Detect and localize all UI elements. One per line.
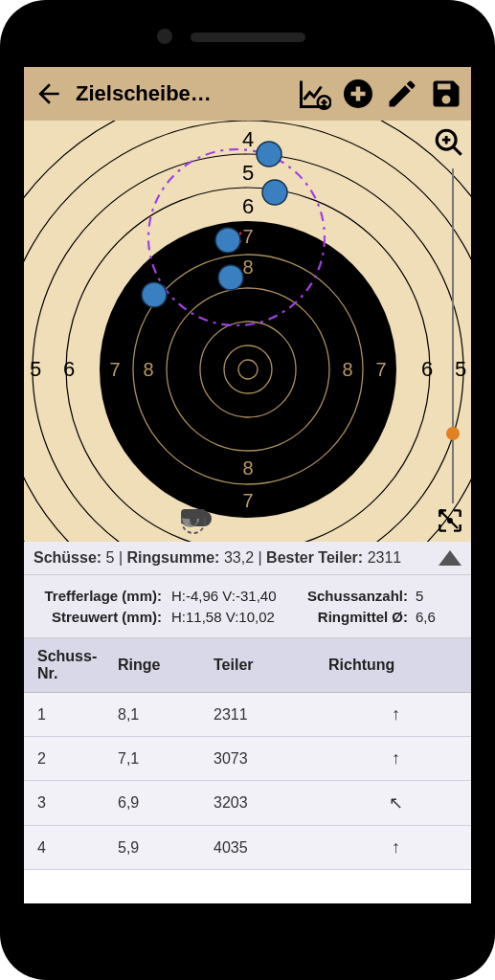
svg-text:5: 5 [242,161,254,185]
svg-text:5: 5 [30,357,41,381]
svg-text:8: 8 [242,256,253,278]
streuwert-value: H:11,58 V:10,02 [171,609,305,625]
svg-rect-39 [181,509,206,519]
table-header-row: Schuss-Nr. Ringe Teiler Richtung [24,638,471,693]
trefferlage-label: Trefferlage (mm): [37,588,171,604]
streuwert-label: Streuwert (mm): [37,609,171,625]
summary-text: Schüsse: 5 | Ringsumme: 33,2 | Bester Te… [34,549,401,567]
zoom-slider-knob[interactable] [446,427,460,440]
svg-text:4: 4 [242,127,254,151]
th-richtung: Richtung [321,638,471,693]
schussanzahl-value: 5 [416,588,423,604]
add-button[interactable] [341,77,375,111]
details-panel: Trefferlage (mm): H:-4,96 V:-31,40 Schus… [24,575,471,638]
th-schuss-nr: Schuss-Nr. [24,638,110,693]
svg-text:8: 8 [242,457,253,479]
target-canvas[interactable]: 4 5 6 7 8 8 7 5 6 7 8 8 7 6 5 [24,121,471,542]
th-teiler: Teiler [206,638,321,693]
zoom-slider-track[interactable] [452,168,454,503]
summary-bar: Schüsse: 5 | Ringsumme: 33,2 | Bester Te… [24,542,471,575]
svg-text:8: 8 [342,359,352,380]
save-button[interactable] [429,77,463,111]
edit-button[interactable] [385,77,419,111]
svg-text:6: 6 [63,357,75,381]
svg-point-29 [257,142,281,167]
svg-point-31 [215,228,240,253]
svg-point-32 [218,265,243,290]
svg-point-33 [142,282,167,307]
shots-table: Schuss-Nr. Ringe Teiler Richtung 1 8,1 2… [24,638,471,870]
svg-text:6: 6 [242,194,254,218]
th-ringe: Ringe [110,638,206,693]
table-row[interactable]: 3 6,9 3203 ↖ [24,781,471,826]
table-row[interactable]: 2 7,1 3073 ↑ [24,737,471,781]
page-title: Zielscheibe… [76,81,287,106]
chart-add-button[interactable] [297,77,331,111]
shot-marker-icon[interactable] [231,507,265,534]
zoom-icon[interactable] [433,126,465,159]
table-row[interactable]: 1 8,1 2311 ↑ [24,693,471,737]
back-button[interactable] [32,77,66,111]
ringmittel-label: Ringmittel Ø: [305,609,416,625]
toolbar: Zielscheibe… [24,67,471,121]
svg-text:7: 7 [375,359,386,380]
svg-point-30 [262,180,287,205]
table-row[interactable]: 4 5,9 4035 ↑ [24,826,471,870]
collapse-toggle-icon[interactable] [439,550,461,566]
target-bottom-controls [179,507,317,534]
schussanzahl-label: Schussanzahl: [305,588,416,604]
filter-icon[interactable] [282,507,317,534]
trefferlage-value: H:-4,96 V:-31,40 [171,588,305,604]
ringmittel-value: 6,6 [416,609,436,625]
svg-text:7: 7 [242,226,253,247]
svg-text:8: 8 [143,359,153,380]
svg-text:7: 7 [109,359,120,380]
crosshair-icon[interactable] [435,505,465,536]
svg-text:5: 5 [455,357,466,381]
svg-text:6: 6 [421,357,433,381]
